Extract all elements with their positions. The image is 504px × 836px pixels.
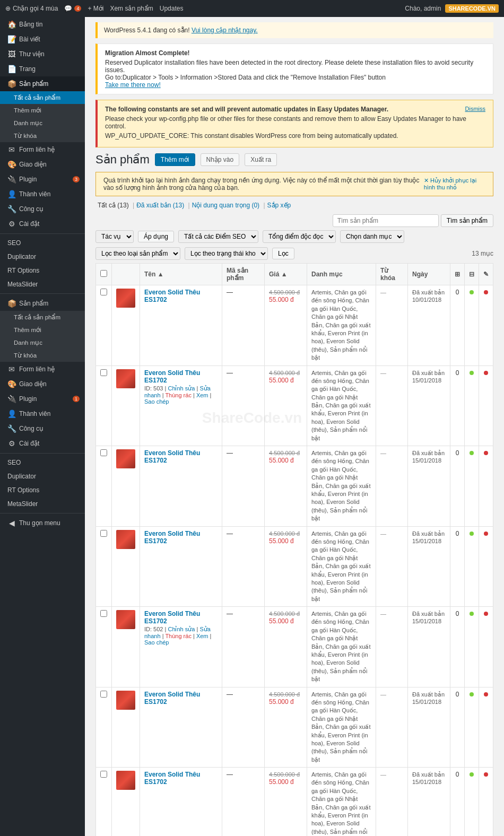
product-name-link[interactable]: Everon Solid Thêu ES1702 [144, 369, 200, 384]
select-all-checkbox[interactable] [100, 270, 107, 277]
sidebar-item-tools2[interactable]: 🔧 Công cụ [0, 421, 85, 436]
sidebar-item-plugins[interactable]: 🔌 Plugin 3 [0, 172, 85, 187]
dismiss-link[interactable]: Dismiss [465, 106, 486, 112]
product-name-link[interactable]: Everon Solid Thêu ES1702 [144, 771, 200, 786]
bulk-actions-top: Tác vụ Áp dụng Tất cả các Điểm SEO Tổng … [95, 230, 493, 260]
th-name[interactable]: Tên ▲ [140, 264, 222, 285]
subtab-all-link[interactable]: Tất cả (13) [95, 201, 131, 210]
sidebar-item-categories[interactable]: Danh mục [0, 117, 85, 129]
seo-filter-select[interactable]: Tất cả các Điểm SEO [178, 230, 258, 243]
adminbar-view-product[interactable]: Xem sản phẩm [110, 5, 153, 12]
adminbar-new[interactable]: + Mới [88, 5, 103, 12]
apply-button-top[interactable]: Áp dụng [138, 231, 174, 242]
row-thumb-cell [112, 446, 140, 527]
sidebar-item-settings[interactable]: ⚙ Cài đặt [0, 216, 85, 231]
price-sale: 55.000 đ [269, 457, 294, 464]
th-sku[interactable]: Mã sản phẩm [222, 264, 265, 285]
sidebar-item-contact[interactable]: ✉ Form liên hệ [0, 142, 85, 157]
dot-red-icon [484, 451, 488, 455]
product-name-link[interactable]: Everon Solid Thêu ES1702 [144, 289, 200, 303]
sidebar-item-all-products2[interactable]: Tất cả sản phẩm [0, 311, 85, 324]
th-categories[interactable]: Danh mục [307, 264, 376, 285]
sidebar-item-seo[interactable]: SEO [0, 236, 85, 250]
subtab-sticky-link[interactable]: Nội dung quan trọng (0) [190, 201, 262, 210]
row-checkbox-6[interactable] [100, 771, 107, 778]
sidebar-item-appearance[interactable]: 🎨 Giao diện [0, 157, 85, 172]
product-action-sao-chép[interactable]: Sao chép [144, 639, 169, 646]
sidebar-item-plugins2[interactable]: 🔌 Plugin 1 [0, 391, 85, 406]
sidebar-item-users[interactable]: 👤 Thành viên [0, 187, 85, 202]
total-filter-select[interactable]: Tổng điểm độc đọc [263, 230, 336, 243]
sidebar-item-posts[interactable]: 📝 Bài viết [0, 32, 85, 47]
row-checkbox-4[interactable] [100, 610, 107, 617]
th-price[interactable]: Giá ▲ [265, 264, 307, 285]
sidebar-label: Bài viết [19, 36, 40, 43]
sidebar-item-pages[interactable]: 📄 Trang [0, 62, 85, 76]
product-name-link[interactable]: Everon Solid Thêu ES1702 [144, 449, 200, 464]
update-link[interactable]: Vui lòng cập nhật ngay. [192, 27, 258, 34]
sidebar-item-collapse[interactable]: ◀ Thu gọn menu [0, 516, 85, 530]
product-action-chỉnh-sửa[interactable]: Chỉnh sửa [168, 626, 195, 632]
import-button[interactable]: Nhập vào [201, 153, 240, 166]
category-filter-select[interactable]: Chọn danh mục [340, 230, 404, 243]
regen-cancel-button[interactable]: ✕ Hủy khởi phục lại hình thu nhỏ [424, 177, 485, 191]
subtab-sort-link[interactable]: Sắp xếp [265, 201, 293, 210]
bulk-action-select[interactable]: Tác vụ [95, 230, 134, 243]
sidebar-item-tools[interactable]: 🔧 Công cụ [0, 202, 85, 216]
status-filter-select[interactable]: Lọc theo trạng thái kho [185, 247, 268, 260]
adminbar-left: ⊕ Chặn gọi 4 mùa 💬 4 + Mới Xem sản phẩm … [5, 5, 405, 12]
export-button[interactable]: Xuất ra [245, 153, 277, 166]
sidebar-item-appearance2[interactable]: 🎨 Giao diện [0, 377, 85, 391]
search-input[interactable] [333, 214, 439, 227]
adminbar-site-name[interactable]: ⊕ Chặn gọi 4 mùa [5, 5, 58, 12]
product-name-link[interactable]: Everon Solid Thêu ES1702 [144, 691, 200, 706]
product-action-xem[interactable]: Xem [196, 633, 208, 639]
row-checkbox-5[interactable] [100, 691, 107, 698]
row-thumb-cell [112, 285, 140, 366]
sidebar-item-tags2[interactable]: Từ khóa [0, 349, 85, 362]
tools2-icon: 🔧 [7, 424, 16, 433]
sidebar-item-tags[interactable]: Từ khóa [0, 129, 85, 142]
sidebar-item-rt-options[interactable]: RT Options [0, 264, 85, 277]
sidebar-item-contact2[interactable]: ✉ Form liên hệ [0, 362, 85, 377]
migration-link[interactable]: Take me there now! [105, 81, 161, 89]
product-name-link[interactable]: Everon Solid Thêu ES1702 [144, 530, 200, 545]
sidebar-item-products-parent[interactable]: 📦 Sản phẩm [0, 76, 85, 91]
sidebar-item-categories2[interactable]: Danh mục [0, 336, 85, 349]
row-checkbox-0[interactable] [100, 289, 107, 295]
updates-manager-title: The following constants are set and will… [105, 106, 388, 113]
sidebar-item-media[interactable]: 🖼 Thư viện [0, 47, 85, 62]
th-keywords[interactable]: Từ khóa [376, 264, 408, 285]
sidebar-item-seo2[interactable]: SEO [0, 456, 85, 469]
type-filter-select[interactable]: Lọc theo loại sản phẩm [95, 247, 180, 260]
sidebar-item-products2[interactable]: 📦 Sản phẩm [0, 296, 85, 311]
sidebar-item-add-product[interactable]: Thêm mới [0, 104, 85, 117]
adminbar-updates[interactable]: Updates [160, 5, 184, 12]
sidebar-item-duplicator[interactable]: Duplicator [0, 250, 85, 264]
product-name-link[interactable]: Everon Solid Thêu ES1702 [144, 610, 200, 625]
product-action-sao-chép[interactable]: Sao chép [144, 398, 169, 405]
add-new-button[interactable]: Thêm mới [155, 153, 195, 166]
product-action-thùng-rác[interactable]: Thùng rác [165, 633, 192, 639]
search-button[interactable]: Tìm sản phẩm [441, 214, 493, 227]
row-checkbox-3[interactable] [100, 530, 107, 537]
filter-button[interactable]: Lọc [272, 248, 294, 259]
sidebar-item-metaslider[interactable]: MetaSlider [0, 277, 85, 291]
adminbar-comments[interactable]: 💬 4 [64, 5, 81, 12]
subtab-published-link[interactable]: Đã xuất bản (13) [134, 201, 186, 210]
row-dot-green-cell [465, 607, 479, 687]
sidebar-item-duplicator2[interactable]: Duplicator [0, 469, 85, 483]
product-action-thùng-rác[interactable]: Thùng rác [165, 392, 192, 398]
sidebar-item-dashboard[interactable]: 🏠 Bảng tin [0, 17, 85, 32]
sidebar-item-add-product2[interactable]: Thêm mới [0, 324, 85, 336]
sidebar-item-metaslider2[interactable]: MetaSlider [0, 497, 85, 511]
sidebar-item-all-products[interactable]: Tất cả sản phẩm [0, 91, 85, 104]
th-date[interactable]: Ngày [408, 264, 450, 285]
product-action-chỉnh-sửa[interactable]: Chỉnh sửa [168, 385, 195, 391]
sidebar-item-users2[interactable]: 👤 Thành viên [0, 406, 85, 421]
sidebar-item-rt-options2[interactable]: RT Options [0, 483, 85, 497]
product-action-xem[interactable]: Xem [196, 392, 208, 398]
sidebar-item-settings2[interactable]: ⚙ Cài đặt [0, 436, 85, 451]
row-checkbox-1[interactable] [100, 369, 107, 376]
row-checkbox-2[interactable] [100, 449, 107, 456]
